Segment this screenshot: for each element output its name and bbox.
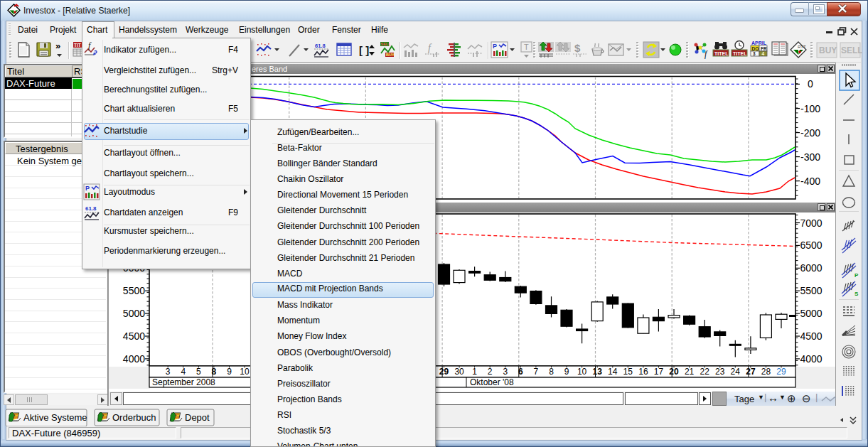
svg-text:TITEL: TITEL: [714, 51, 729, 56]
svg-text:-200: -200: [800, 127, 820, 139]
svg-text:10: 10: [577, 367, 587, 377]
svg-text:14: 14: [608, 367, 618, 377]
svg-text:4: 4: [762, 51, 765, 56]
svg-text:-300: -300: [800, 151, 820, 163]
svg-text:$: $: [574, 42, 581, 54]
svg-text:8: 8: [212, 367, 217, 377]
svg-text:APRIL: APRIL: [751, 41, 767, 45]
svg-text:22: 22: [700, 367, 710, 377]
svg-text:5500: 5500: [800, 285, 822, 296]
svg-text:RTT: RTT: [798, 45, 806, 49]
svg-text:Orderbuch: Orderbuch: [112, 412, 156, 423]
svg-text:9: 9: [227, 367, 232, 377]
svg-text:5: 5: [196, 367, 201, 377]
svg-text:SELL: SELL: [381, 42, 392, 46]
svg-text:7000: 7000: [800, 217, 822, 229]
svg-text:-100: -100: [800, 103, 820, 114]
svg-text:BUY: BUY: [819, 45, 837, 55]
svg-text:4500: 4500: [123, 330, 145, 342]
svg-text:3: 3: [166, 367, 171, 377]
svg-text:DO: DO: [752, 46, 759, 51]
svg-text:8: 8: [549, 367, 554, 377]
svg-text:SELL: SELL: [841, 45, 863, 55]
svg-text:0: 0: [808, 78, 813, 90]
svg-text:61.8: 61.8: [315, 43, 326, 49]
svg-text:P: P: [493, 43, 497, 50]
svg-text:13: 13: [593, 367, 603, 377]
svg-text:29: 29: [439, 367, 449, 377]
svg-text:30: 30: [454, 367, 464, 377]
svg-text:9: 9: [564, 367, 569, 377]
svg-text:P: P: [854, 272, 859, 279]
svg-text:6000: 6000: [800, 262, 822, 274]
svg-text:2: 2: [488, 367, 493, 377]
svg-text:28: 28: [761, 367, 771, 377]
svg-text:3: 3: [753, 51, 756, 56]
svg-text:Depot: Depot: [185, 412, 210, 423]
svg-text:20: 20: [669, 367, 679, 377]
svg-text:4000: 4000: [800, 353, 822, 365]
svg-text:-400: -400: [800, 176, 820, 187]
svg-text:10: 10: [240, 367, 250, 377]
svg-text:T: T: [524, 43, 529, 51]
svg-text:S: S: [854, 291, 859, 297]
svg-text:f: f: [428, 43, 432, 53]
svg-text:f: f: [704, 49, 708, 59]
svg-text:5500: 5500: [123, 285, 145, 296]
svg-text:61.8: 61.8: [85, 205, 97, 212]
svg-text:Aktive Systeme: Aktive Systeme: [23, 412, 87, 423]
svg-text:15: 15: [623, 367, 633, 377]
svg-text:1: 1: [472, 367, 477, 377]
svg-text:5000: 5000: [800, 308, 822, 319]
svg-text:23: 23: [715, 367, 725, 377]
svg-text:4: 4: [181, 367, 186, 377]
svg-text:3: 3: [503, 367, 508, 377]
svg-text:BUY: BUY: [386, 53, 395, 57]
svg-text:7: 7: [534, 367, 539, 377]
svg-text:[ ]: [ ]: [359, 44, 369, 56]
svg-text:FR: FR: [761, 46, 767, 51]
svg-text:6: 6: [518, 367, 523, 377]
svg-text:6500: 6500: [800, 239, 822, 251]
svg-text:TITEL: TITEL: [733, 51, 747, 56]
svg-text:P: P: [85, 185, 90, 192]
svg-text:f: f: [88, 41, 92, 50]
svg-text:16: 16: [638, 367, 648, 377]
svg-text:5000: 5000: [123, 308, 145, 319]
svg-text:29: 29: [776, 367, 786, 377]
svg-text:4500: 4500: [800, 330, 822, 342]
svg-text:4000: 4000: [123, 353, 145, 365]
svg-text:17: 17: [654, 367, 664, 377]
svg-text:Oktober '08: Oktober '08: [470, 377, 514, 387]
svg-text:»: »: [55, 41, 60, 51]
svg-text:27: 27: [746, 367, 756, 377]
svg-text:TIT: TIT: [74, 43, 81, 48]
svg-text:September 2008: September 2008: [152, 377, 215, 387]
svg-text:21: 21: [685, 367, 695, 377]
svg-text:24: 24: [731, 367, 741, 377]
